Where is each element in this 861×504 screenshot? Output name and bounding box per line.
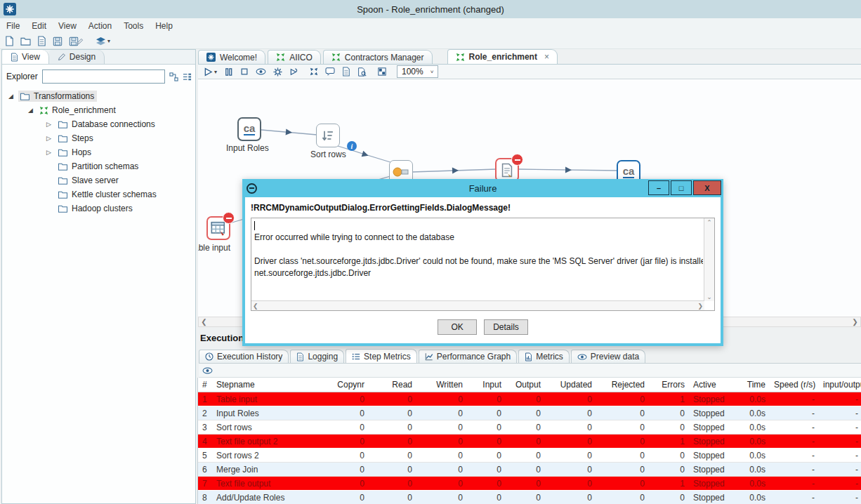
step-table-input[interactable] <box>206 216 230 240</box>
pause-button[interactable] <box>223 67 234 77</box>
menu-file[interactable]: File <box>6 20 26 32</box>
scroll-left-icon[interactable]: ❮ <box>199 318 209 326</box>
tab-welcome[interactable]: Welcome! <box>198 50 265 64</box>
column-header[interactable]: Output <box>506 378 545 392</box>
tab-design[interactable]: Design <box>49 50 105 64</box>
dialog-minimize-button[interactable]: – <box>648 180 669 195</box>
tree-item-hops[interactable]: ▷ Hops <box>2 145 195 159</box>
column-header[interactable]: Read <box>369 378 416 392</box>
impact-analysis-button[interactable] <box>324 67 336 77</box>
step-text-file-output-2[interactable] <box>495 158 519 182</box>
expander-expanded-icon[interactable]: ◢ <box>6 93 15 100</box>
dialog-close-button[interactable]: X <box>693 180 721 195</box>
table-row[interactable]: 2Input Roles00000000Stopped0.0s-- <box>198 406 861 420</box>
replay-button[interactable] <box>289 67 299 77</box>
expander-expanded-icon[interactable]: ◢ <box>26 107 35 114</box>
new-file-button[interactable] <box>4 35 15 47</box>
open-file-button[interactable] <box>20 36 32 46</box>
menu-view[interactable]: View <box>58 20 83 32</box>
close-tab-icon[interactable]: × <box>544 52 549 62</box>
tab-step-metrics[interactable]: Step Metrics <box>346 349 417 363</box>
scroll-left-icon[interactable]: ❮ <box>253 302 258 310</box>
run-button[interactable]: ▾ <box>203 67 218 77</box>
zoom-select[interactable]: 100% ˅ <box>397 65 438 78</box>
scroll-down-icon[interactable]: ⌄ <box>706 293 712 301</box>
column-header[interactable]: input/output <box>819 378 861 392</box>
generate-sql-button[interactable] <box>341 66 351 77</box>
explore-database-button[interactable] <box>357 67 367 77</box>
table-cell: 0 <box>649 491 689 504</box>
tab-preview-data[interactable]: Preview data <box>571 350 645 363</box>
tree-item-database-connections[interactable]: ▷ Database connections <box>2 117 195 131</box>
tree-item-slave-server[interactable]: Slave server <box>2 173 195 187</box>
table-row[interactable]: 6Merge Join00000000Stopped0.0s-- <box>198 463 861 477</box>
menu-action[interactable]: Action <box>88 20 118 32</box>
vertical-scrollbar[interactable]: ⌃⌄ <box>704 218 714 301</box>
column-header[interactable]: Updated <box>545 378 596 392</box>
column-header[interactable]: Speed (r/s) <box>770 378 819 392</box>
explorer-row: Explorer <box>2 65 195 87</box>
tab-role-enrichment[interactable]: Role_enrichment × <box>447 49 558 64</box>
tab-contractors-manager[interactable]: Contractors Manager <box>323 50 433 64</box>
tab-logging[interactable]: Logging <box>290 350 344 363</box>
tab-performance-graph[interactable]: Performance Graph <box>419 350 517 363</box>
details-button[interactable]: Details <box>484 319 528 335</box>
info-badge-icon[interactable]: i <box>347 141 357 151</box>
step-input-roles[interactable]: ca <box>237 117 261 141</box>
tree-item-steps[interactable]: ▷ Steps <box>2 131 195 145</box>
scroll-right-icon[interactable]: ❯ <box>697 302 703 310</box>
step-metrics-table[interactable]: #StepnameCopynrReadWrittenInputOutputUpd… <box>198 378 861 504</box>
column-header[interactable]: Errors <box>649 378 689 392</box>
menu-help[interactable]: Help <box>155 20 179 32</box>
expander-collapsed-icon[interactable]: ▷ <box>44 149 53 156</box>
preview-button[interactable] <box>255 67 267 76</box>
tab-aiico[interactable]: AIICO <box>268 50 321 64</box>
debug-button[interactable] <box>272 67 283 77</box>
column-header[interactable]: # <box>198 378 212 392</box>
save-button[interactable] <box>52 36 63 47</box>
column-header[interactable]: Written <box>416 378 467 392</box>
table-row[interactable]: 8Add/Update Roles00000000Stopped0.0s-- <box>198 491 861 504</box>
scroll-up-icon[interactable]: ⌃ <box>706 218 712 227</box>
tree-item-role-enrichment[interactable]: ◢ Role_enrichment <box>2 103 195 117</box>
table-row[interactable]: 4Text file output 200000001Stopped0.0s-- <box>198 435 861 449</box>
column-header[interactable]: Copynr <box>314 378 369 392</box>
tree-item-transformations[interactable]: ◢ Transformations <box>2 89 195 103</box>
column-header[interactable]: Rejected <box>596 378 649 392</box>
tree-item-kettle-cluster-schemas[interactable]: Kettle cluster schemas <box>2 187 195 201</box>
show-hide-inactive-steps-eye-icon[interactable] <box>202 367 213 374</box>
show-grid-button[interactable] <box>377 67 387 77</box>
save-as-button[interactable] <box>68 36 84 47</box>
column-header[interactable]: Stepname <box>212 378 314 392</box>
table-row[interactable]: 5Sort rows 200000000Stopped0.0s-- <box>198 449 861 463</box>
tree-item-hadoop-clusters[interactable]: Hadoop clusters <box>2 201 195 215</box>
connections-view-icon[interactable] <box>169 72 178 81</box>
tab-view[interactable]: View <box>2 50 49 64</box>
verify-transformation-button[interactable] <box>309 67 319 77</box>
explorer-search-input[interactable] <box>42 69 165 84</box>
list-view-icon[interactable] <box>183 72 192 81</box>
explore-repository-button[interactable] <box>37 35 47 47</box>
ok-button[interactable]: OK <box>438 319 477 335</box>
menu-tools[interactable]: Tools <box>124 20 150 32</box>
expander-collapsed-icon[interactable]: ▷ <box>44 121 53 128</box>
menu-edit[interactable]: Edit <box>32 20 53 32</box>
tab-metrics[interactable]: Metrics <box>518 350 570 363</box>
column-header[interactable]: Time <box>732 378 770 392</box>
table-row[interactable]: 7Text file output00000001Stopped0.0s-- <box>198 477 861 491</box>
tab-execution-history[interactable]: Execution History <box>199 350 289 363</box>
column-header[interactable]: Active <box>689 378 732 392</box>
table-row[interactable]: 3Sort rows00000000Stopped0.0s-- <box>198 420 861 435</box>
dialog-maximize-button[interactable]: □ <box>671 180 692 195</box>
table-row[interactable]: 1Table input00000001Stopped0.0s-- <box>198 392 861 406</box>
perspective-button[interactable]: ▾ <box>95 36 111 46</box>
expander-collapsed-icon[interactable]: ▷ <box>44 135 53 142</box>
dialog-title-bar[interactable]: Failure – □ X <box>242 179 723 197</box>
column-header[interactable]: Input <box>467 378 506 392</box>
scroll-right-icon[interactable]: ❯ <box>850 318 860 326</box>
stop-button[interactable] <box>239 67 249 77</box>
dialog-error-textarea[interactable]: Error occurred while trying to connect t… <box>251 218 715 311</box>
step-sort-rows[interactable] <box>316 124 340 147</box>
horizontal-scrollbar[interactable]: ❮❯ <box>251 300 704 310</box>
tree-item-partition-schemas[interactable]: Partition schemas <box>2 159 195 173</box>
